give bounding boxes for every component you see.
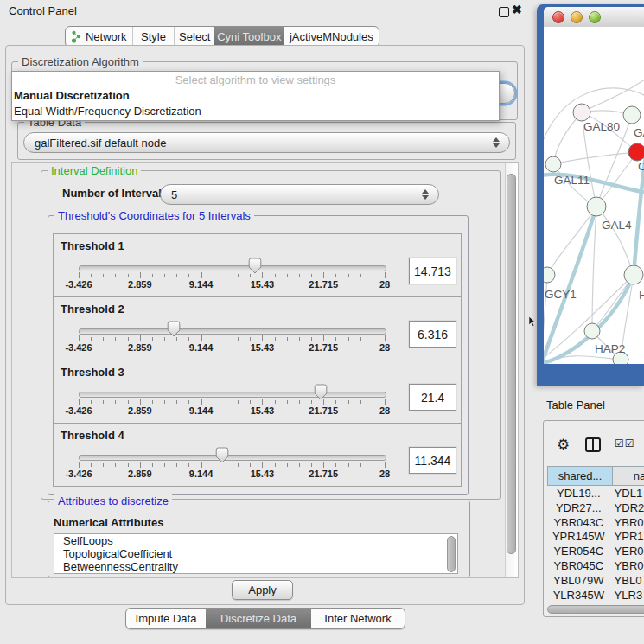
- slider-tick: [201, 399, 202, 405]
- split-columns-icon[interactable]: [585, 437, 601, 452]
- slider-tick: [360, 400, 361, 404]
- network-node-label: GCY1: [545, 288, 577, 301]
- cell-shared-name: YER054C: [547, 545, 610, 558]
- list-scrollbar-thumb[interactable]: [447, 536, 456, 572]
- network-edge[interactable]: [592, 275, 634, 331]
- slider-tick: [79, 462, 80, 468]
- slider-tick: [373, 274, 373, 277]
- table-row[interactable]: YLR345WYLR3: [547, 588, 644, 603]
- column-header-shared-name[interactable]: shared...: [547, 466, 613, 486]
- slider-tick: [103, 400, 104, 404]
- network-canvas[interactable]: GAL80GACGAL11GAL4GCY1HHAP2: [544, 27, 644, 364]
- list-item[interactable]: SelfLoops: [54, 534, 457, 547]
- network-edge[interactable]: [596, 152, 637, 207]
- network-node[interactable]: [573, 104, 590, 121]
- tab-infer-network[interactable]: Infer Network: [311, 609, 405, 628]
- slider-track[interactable]: [79, 265, 386, 271]
- tab-cyni-toolbox[interactable]: Cyni Toolbox: [214, 27, 284, 47]
- network-node-label: GAL4: [602, 219, 632, 232]
- slider-thumb[interactable]: [248, 258, 262, 274]
- table-row[interactable]: YBL079WYBL0: [547, 573, 644, 588]
- tab-label: Style: [141, 30, 166, 43]
- table-row[interactable]: YPR145WYPR1: [547, 529, 644, 544]
- slider-track[interactable]: [79, 328, 386, 335]
- slider-tick: [201, 462, 202, 468]
- table-row[interactable]: YBR043CYBR0: [547, 515, 644, 530]
- checkbox-checked-icons[interactable]: ☑☑: [615, 437, 635, 450]
- threshold-value-box[interactable]: 14.713: [409, 258, 456, 284]
- slider-tick-label: 28: [363, 405, 406, 416]
- slider-track[interactable]: [79, 392, 386, 398]
- cell-name: YER0: [610, 545, 644, 558]
- tab-jactivemnodules[interactable]: jActiveMNodules: [284, 27, 379, 47]
- tab-label: Discretize Data: [220, 612, 296, 625]
- slider-tick: [128, 337, 129, 341]
- tab-label: Infer Network: [324, 612, 391, 625]
- slider-track[interactable]: [79, 455, 386, 461]
- dropdown-option-manual[interactable]: Manual Discretization: [12, 88, 499, 104]
- apply-button[interactable]: Apply: [232, 580, 293, 600]
- vertical-scrollbar-thumb[interactable]: [507, 174, 516, 554]
- table-row[interactable]: YDL19...YDL1: [547, 486, 644, 501]
- zoom-traffic-light-icon[interactable]: [589, 11, 601, 23]
- num-intervals-combobox[interactable]: 5: [160, 184, 439, 205]
- slider-tick: [348, 337, 349, 341]
- table-row[interactable]: YBR045CYBR0: [547, 558, 644, 573]
- tab-style[interactable]: Style: [132, 27, 175, 47]
- slider-tick: [188, 463, 189, 467]
- tab-discretize-data[interactable]: Discretize Data: [206, 609, 311, 628]
- tab-label: Impute Data: [136, 612, 197, 625]
- slider-tick: [115, 463, 116, 467]
- table-row[interactable]: YER054CYER0: [547, 544, 644, 558]
- threshold-value-box[interactable]: 6.316: [409, 321, 456, 348]
- network-node[interactable]: [623, 106, 641, 124]
- close-icon[interactable]: ✖: [512, 3, 522, 16]
- slider-tick: [226, 337, 226, 341]
- dropdown-option-equal-width[interactable]: Equal Width/Frequency Discretization: [12, 104, 499, 118]
- network-node[interactable]: [545, 156, 561, 172]
- network-edge[interactable]: [596, 207, 634, 275]
- slider-tick: [115, 337, 116, 341]
- slider-tick: [287, 463, 288, 467]
- slider-thumb[interactable]: [215, 447, 229, 463]
- settings-gear-icon[interactable]: ⚙: [557, 436, 570, 453]
- network-node-label: GAL80: [583, 120, 620, 133]
- slider-tick: [385, 462, 386, 468]
- tab-network[interactable]: Network: [66, 27, 132, 47]
- threshold-value-box[interactable]: 21.4: [409, 384, 456, 411]
- network-node[interactable]: [624, 265, 643, 284]
- slider-tick: [373, 400, 373, 404]
- column-header-name[interactable]: name: [612, 466, 644, 486]
- tab-impute-data[interactable]: Impute Data: [126, 609, 206, 628]
- list-item[interactable]: TopologicalCoefficient: [54, 547, 457, 560]
- slider-tick: [385, 272, 386, 278]
- list-item[interactable]: BetweennessCentrality: [54, 560, 457, 573]
- float-window-icon[interactable]: [499, 7, 509, 17]
- horizontal-scrollbar-thumb[interactable]: [547, 605, 644, 614]
- column-header-label: shared...: [558, 469, 603, 482]
- cell-name: YLR3: [610, 589, 644, 602]
- network-node[interactable]: [628, 143, 644, 161]
- network-view-window[interactable]: GAL80GACGAL11GAL4GCY1HHAP2: [537, 4, 644, 386]
- tab-select[interactable]: Select: [174, 27, 214, 47]
- slider-thumb[interactable]: [167, 321, 181, 337]
- network-node[interactable]: [544, 267, 555, 283]
- network-edge[interactable]: [547, 207, 596, 275]
- table-data-combobox[interactable]: galFiltered.sif default node: [23, 132, 510, 153]
- network-edge[interactable]: [553, 152, 637, 164]
- slider-tick: [103, 463, 104, 467]
- table-row[interactable]: YDR27...YDR2: [547, 501, 644, 515]
- slider-tick: [79, 335, 80, 341]
- network-node-label: C: [638, 160, 644, 173]
- minimize-traffic-light-icon[interactable]: [571, 11, 583, 23]
- network-node[interactable]: [584, 323, 600, 339]
- network-window-titlebar[interactable]: [544, 7, 644, 28]
- network-node[interactable]: [587, 197, 606, 216]
- numerical-attributes-list[interactable]: SelfLoopsTopologicalCoefficientBetweenne…: [54, 533, 458, 574]
- slider-thumb[interactable]: [314, 384, 328, 400]
- slider-tick: [335, 337, 336, 341]
- slider-tick: [103, 274, 104, 277]
- threshold-value-box[interactable]: 11.344: [409, 447, 456, 474]
- slider-tick: [238, 463, 239, 467]
- close-traffic-light-icon[interactable]: [552, 11, 564, 23]
